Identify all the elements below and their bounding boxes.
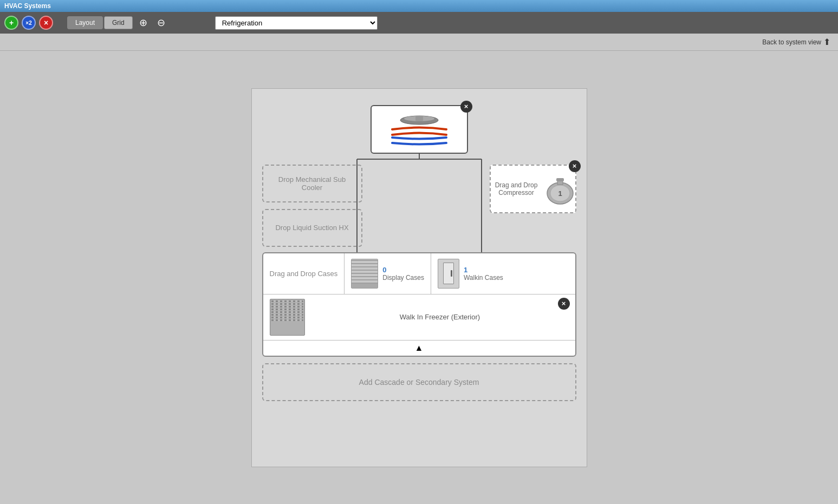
walkin-cases-count: 1 bbox=[464, 266, 503, 274]
liquid-suction-drop-zone[interactable]: Drop Liquid Suction HX bbox=[262, 209, 362, 247]
walkin-freezer-label: Walk In Freezer (Exterior) bbox=[311, 313, 569, 321]
cases-section: Drag and Drop Cases 0 Display Cases bbox=[262, 252, 576, 357]
compressor-box[interactable]: × Drag and Drop Compressor 1 bbox=[490, 165, 576, 213]
main-area: × bbox=[0, 51, 838, 504]
toolbar: + ×2 × Layout Grid ⊕ ⊖ Refrigeration HVA… bbox=[0, 12, 838, 34]
layout-button[interactable]: Layout bbox=[67, 16, 103, 29]
drag-drop-cases-label: Drag and Drop Cases bbox=[270, 270, 338, 278]
expand-row[interactable]: ▲ bbox=[263, 341, 575, 356]
svg-rect-13 bbox=[556, 178, 564, 181]
sub-cooler-label: Drop Mechanical Sub Cooler bbox=[269, 175, 356, 192]
secondary-toolbar: Back to system view ⬆ bbox=[0, 34, 838, 51]
back-arrow-icon: ⬆ bbox=[823, 37, 830, 47]
zoom-out-button[interactable]: ⊖ bbox=[154, 17, 168, 29]
svg-rect-8 bbox=[415, 116, 423, 121]
display-cases-label: Display Cases bbox=[382, 274, 424, 282]
condenser-icon bbox=[384, 110, 454, 148]
duplicate-button[interactable]: ×2 bbox=[22, 16, 36, 30]
add-button[interactable]: + bbox=[4, 16, 18, 30]
compressor-close-button[interactable]: × bbox=[569, 160, 581, 172]
walkin-cases-info: 1 Walkin Cases bbox=[464, 266, 503, 282]
back-to-system-label: Back to system view bbox=[762, 38, 821, 46]
cascade-drop-zone[interactable]: Add Cascade or Secondary System bbox=[262, 363, 576, 401]
compressor-sphere-icon: 1 bbox=[545, 173, 575, 205]
display-cases-cell[interactable]: 0 Display Cases bbox=[345, 253, 431, 294]
grid-button[interactable]: Grid bbox=[104, 16, 133, 29]
walkin-door-icon bbox=[438, 259, 459, 289]
cascade-section: Add Cascade or Secondary System bbox=[262, 363, 576, 401]
condenser-close-button[interactable]: × bbox=[460, 101, 472, 113]
cascade-label: Add Cascade or Secondary System bbox=[359, 378, 479, 387]
view-toggle-group: Layout Grid bbox=[67, 16, 133, 29]
walkin-freezer-row: Walk In Freezer (Exterior) × bbox=[263, 294, 575, 341]
dup-icon: ×2 bbox=[25, 20, 31, 26]
liquid-suction-label: Drop Liquid Suction HX bbox=[275, 224, 348, 232]
title-bar: HVAC Systems bbox=[0, 0, 838, 12]
walkin-cases-cell[interactable]: 1 Walkin Cases bbox=[431, 253, 510, 294]
app-title: HVAC Systems bbox=[4, 2, 51, 10]
compressor-icon-container: 1 bbox=[545, 173, 575, 205]
compressor-label: Drag and Drop Compressor bbox=[491, 181, 542, 197]
system-select[interactable]: Refrigeration HVAC Chiller bbox=[215, 16, 378, 30]
back-to-system-button[interactable]: Back to system view ⬆ bbox=[762, 37, 830, 47]
add-icon: + bbox=[9, 18, 14, 27]
condenser-box: × bbox=[371, 105, 468, 154]
walkin-cases-label: Walkin Cases bbox=[464, 274, 503, 282]
display-case-icon bbox=[351, 259, 378, 289]
diagram-panel: × bbox=[251, 88, 587, 467]
drag-drop-cases-cell[interactable]: Drag and Drop Cases bbox=[263, 253, 345, 294]
walkin-freezer-icon bbox=[270, 299, 305, 336]
expand-arrow-icon: ▲ bbox=[415, 343, 424, 353]
sub-cooler-drop-zone[interactable]: Drop Mechanical Sub Cooler bbox=[262, 165, 362, 202]
close-icon: × bbox=[44, 18, 48, 27]
close-button[interactable]: × bbox=[39, 16, 53, 30]
zoom-in-button[interactable]: ⊕ bbox=[136, 17, 151, 29]
cases-top-row: Drag and Drop Cases 0 Display Cases bbox=[263, 253, 575, 294]
svg-text:1: 1 bbox=[558, 189, 562, 198]
display-cases-info: 0 Display Cases bbox=[382, 266, 424, 282]
walkin-freezer-close-button[interactable]: × bbox=[558, 298, 570, 310]
display-cases-count: 0 bbox=[382, 266, 424, 274]
